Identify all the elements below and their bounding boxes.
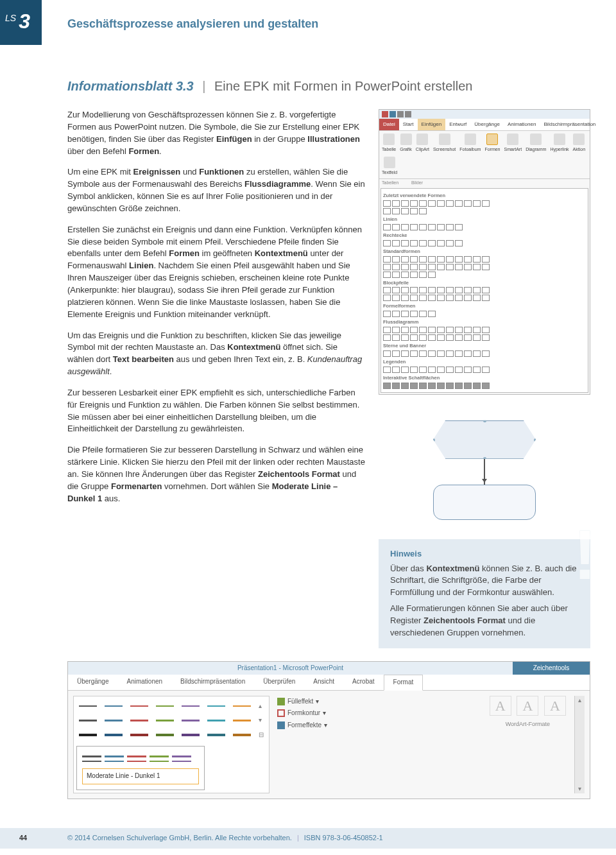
- shape-icon[interactable]: [482, 383, 490, 389]
- shape-icon[interactable]: [392, 208, 400, 214]
- btn-aktion[interactable]: Aktion: [573, 134, 585, 153]
- shape-icon[interactable]: [428, 367, 436, 373]
- shape-icon[interactable]: [401, 383, 409, 389]
- tab-entwurf[interactable]: Entwurf: [445, 119, 470, 130]
- btn-fotoalbum[interactable]: Fotoalbum: [459, 134, 481, 153]
- wordart-a2[interactable]: A: [517, 696, 538, 716]
- shape-icon[interactable]: [419, 383, 427, 389]
- shape-icon[interactable]: [383, 287, 391, 293]
- shape-icon[interactable]: [464, 334, 472, 341]
- shape-icon[interactable]: [419, 287, 427, 293]
- shape-icon[interactable]: [401, 295, 409, 301]
- shape-icon[interactable]: [446, 256, 454, 263]
- shape-icon[interactable]: [419, 350, 427, 357]
- shape-icon[interactable]: [392, 350, 400, 357]
- shape-icon[interactable]: [428, 334, 436, 341]
- shape-icon[interactable]: [455, 367, 463, 373]
- shape-icon[interactable]: [473, 256, 481, 263]
- tab-animationen[interactable]: Animationen: [117, 675, 171, 690]
- shape-icon[interactable]: [446, 327, 454, 333]
- shape-icon[interactable]: [410, 383, 418, 389]
- shape-icon[interactable]: [455, 240, 463, 246]
- shape-icon[interactable]: [392, 367, 400, 373]
- shape-icon[interactable]: [464, 367, 472, 373]
- tab-uebergaenge[interactable]: Übergänge: [68, 675, 117, 690]
- shape-icon[interactable]: [410, 334, 418, 341]
- shape-icon[interactable]: [383, 240, 391, 246]
- shape-icon[interactable]: [383, 383, 391, 389]
- scroll-up-icon[interactable]: ▴: [575, 696, 585, 705]
- gallery-down-icon[interactable]: ▾: [259, 716, 262, 725]
- shape-icon[interactable]: [464, 256, 472, 263]
- shape-icon[interactable]: [473, 367, 481, 373]
- shape-icon[interactable]: [428, 272, 436, 278]
- shape-icon[interactable]: [410, 287, 418, 293]
- shape-icon[interactable]: [410, 264, 418, 270]
- btn-screenshot[interactable]: Screenshot: [433, 134, 456, 153]
- shape-icon[interactable]: [392, 334, 400, 341]
- shape-icon[interactable]: [464, 264, 472, 270]
- shape-icon[interactable]: [401, 287, 409, 293]
- shape-icon[interactable]: [383, 224, 391, 230]
- shape-icon[interactable]: [428, 350, 436, 357]
- opt-formkontur[interactable]: Formkontur ▾: [276, 707, 329, 720]
- shape-icon[interactable]: [392, 256, 400, 263]
- shape-icon[interactable]: [401, 224, 409, 230]
- shape-icon[interactable]: [419, 272, 427, 278]
- shape-icon[interactable]: [410, 311, 418, 317]
- shape-icon[interactable]: [392, 383, 400, 389]
- tab-acrobat[interactable]: Acrobat: [343, 675, 383, 690]
- shape-icon[interactable]: [446, 367, 454, 373]
- shape-icon[interactable]: [401, 311, 409, 317]
- shape-icon[interactable]: [401, 240, 409, 246]
- btn-textfeld[interactable]: Textfeld: [382, 157, 397, 176]
- shape-icon[interactable]: [446, 350, 454, 357]
- scroll-down-icon[interactable]: ▾: [575, 784, 585, 793]
- shape-icon[interactable]: [428, 200, 436, 207]
- shape-icon[interactable]: [455, 295, 463, 301]
- shape-icon[interactable]: [455, 350, 463, 357]
- shape-icon[interactable]: [401, 256, 409, 263]
- shape-icon[interactable]: [437, 240, 445, 246]
- shape-icon[interactable]: [401, 272, 409, 278]
- shape-icon[interactable]: [392, 200, 400, 207]
- shape-icon[interactable]: [419, 327, 427, 333]
- tab-ueberpruefen[interactable]: Überprüfen: [254, 675, 304, 690]
- shape-icon[interactable]: [446, 264, 454, 270]
- shape-icon[interactable]: [419, 208, 427, 214]
- shape-icon[interactable]: [446, 200, 454, 207]
- shape-icon[interactable]: [428, 256, 436, 263]
- shape-icon[interactable]: [392, 264, 400, 270]
- shape-icon[interactable]: [419, 200, 427, 207]
- shape-icon[interactable]: [410, 200, 418, 207]
- shape-icon[interactable]: [392, 327, 400, 333]
- shape-icon[interactable]: [428, 287, 436, 293]
- shape-icon[interactable]: [437, 334, 445, 341]
- shape-icon[interactable]: [482, 200, 490, 207]
- tab-ansicht[interactable]: Ansicht: [304, 675, 343, 690]
- tab-uebergaenge[interactable]: Übergänge: [470, 119, 504, 130]
- shape-icon[interactable]: [410, 350, 418, 357]
- shape-icon[interactable]: [437, 383, 445, 389]
- shape-icon[interactable]: [482, 287, 490, 293]
- shape-icon[interactable]: [464, 200, 472, 207]
- shape-icon[interactable]: [410, 272, 418, 278]
- btn-smartart[interactable]: SmartArt: [504, 134, 522, 153]
- shape-icon[interactable]: [419, 224, 427, 230]
- shape-icon[interactable]: [464, 350, 472, 357]
- shape-icon[interactable]: [410, 367, 418, 373]
- shape-icon[interactable]: [401, 264, 409, 270]
- gallery-up-icon[interactable]: ▴: [259, 702, 262, 711]
- shape-icon[interactable]: [446, 287, 454, 293]
- shape-icon[interactable]: [482, 350, 490, 357]
- shape-icon[interactable]: [455, 383, 463, 389]
- gallery-more-icon[interactable]: ⊟: [259, 730, 264, 740]
- shape-icon[interactable]: [473, 295, 481, 301]
- shape-icon[interactable]: [428, 383, 436, 389]
- shape-icon[interactable]: [419, 264, 427, 270]
- shape-icon[interactable]: [455, 256, 463, 263]
- shape-icon[interactable]: [401, 200, 409, 207]
- shape-icon[interactable]: [455, 327, 463, 333]
- shape-icon[interactable]: [473, 200, 481, 207]
- wordart-a3[interactable]: A: [544, 696, 566, 716]
